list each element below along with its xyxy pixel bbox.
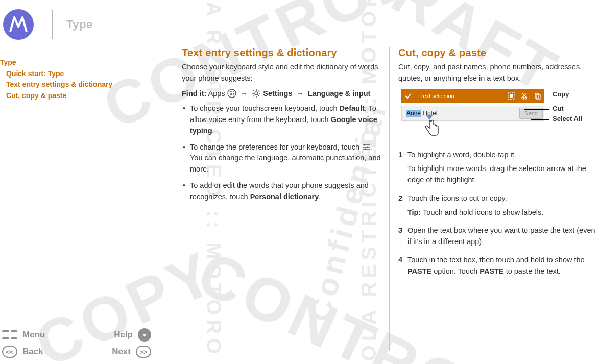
selected-text: Anne xyxy=(406,110,421,117)
help-button[interactable]: Help xyxy=(114,328,151,342)
svg-rect-26 xyxy=(510,94,513,98)
arrow-2: → xyxy=(296,89,304,98)
step-1-num: 1 xyxy=(398,150,407,189)
apps-grid-icon xyxy=(227,89,236,98)
column-cut-copy-paste: Cut, copy & paste Cut, copy, and past na… xyxy=(398,47,597,354)
step-4-text: Touch in the text box, then touch and ho… xyxy=(407,255,597,277)
callout-cut: Cut xyxy=(553,105,564,112)
s4-b1: PASTE xyxy=(407,267,431,275)
toc-item-cutcopy[interactable]: Cut, copy & paste xyxy=(0,90,169,102)
svg-point-2 xyxy=(231,91,232,92)
step-4-num: 4 xyxy=(398,255,407,280)
bullet-3: To add or edit the words that your phone… xyxy=(182,180,381,203)
svg-line-17 xyxy=(258,90,259,91)
callout-selectall-label: Select All xyxy=(553,115,582,123)
page-title: Type xyxy=(66,18,93,31)
step-3-text: Open the text box where you want to past… xyxy=(407,225,597,248)
menu-button[interactable]: Menu xyxy=(2,329,45,341)
select-all-icon xyxy=(505,92,518,100)
back-button[interactable]: << Back xyxy=(2,346,43,358)
svg-rect-23 xyxy=(367,146,368,148)
hand-pointer-icon xyxy=(423,119,440,141)
svg-point-6 xyxy=(233,93,234,94)
toc-item-quickstart[interactable]: Quick start: Type xyxy=(0,68,169,80)
find-it-line: Find it: Apps → Settings → Language & in… xyxy=(182,88,381,100)
step-3: 3 Open the text box where you want to pa… xyxy=(398,225,597,251)
svg-point-9 xyxy=(233,94,234,95)
step-1b: To highlight more words, drag the select… xyxy=(407,163,597,186)
bullet-1: To choose your touchscreen keyboard, tou… xyxy=(182,103,381,136)
column-text-entry: Text entry settings & dictionary Choose … xyxy=(182,47,381,354)
s4-b: option. Touch xyxy=(431,267,479,275)
menu-label: Menu xyxy=(22,330,45,340)
svg-line-18 xyxy=(253,95,254,96)
page-header: Type xyxy=(0,9,600,40)
col2-intro: Cut, copy, and past names, phone numbers… xyxy=(398,62,597,84)
svg-point-3 xyxy=(233,91,234,92)
svg-line-15 xyxy=(253,90,254,91)
step-4: 4 Touch in the text box, then touch and … xyxy=(398,255,597,280)
bottom-nav: Menu Help << Back >> Next xyxy=(0,326,158,360)
svg-point-28 xyxy=(525,97,527,99)
svg-line-29 xyxy=(523,93,526,97)
callout-cut-label: Cut xyxy=(553,105,564,112)
svg-rect-24 xyxy=(365,148,366,150)
b3-b: . xyxy=(319,192,321,201)
back-icon: << xyxy=(2,346,17,358)
col1-intro: Choose your keyboard style and edit the … xyxy=(182,62,381,84)
svg-rect-22 xyxy=(364,144,365,145)
s4-c: to paste the text. xyxy=(504,267,561,275)
table-of-contents: Type Quick start: Type Text entry settin… xyxy=(0,57,169,102)
callout-selectall: Select All xyxy=(553,115,582,123)
b1-a: To choose your touchscreen keyboard, tou… xyxy=(190,104,340,112)
toolbar-label: Text selection xyxy=(415,93,505,99)
sliders-icon xyxy=(362,142,371,152)
find-it-tail: Language & input xyxy=(308,89,370,98)
svg-line-30 xyxy=(522,93,526,97)
header-divider xyxy=(52,10,53,39)
s4-a: Touch in the text box, then touch and ho… xyxy=(407,256,585,264)
steps-list: 1 To highlight a word, double-tap it. To… xyxy=(398,150,597,280)
svg-point-5 xyxy=(231,93,232,94)
text-field: Anne Hotel xyxy=(402,110,519,117)
step-1a: To highlight a word, double-tap it. xyxy=(407,150,597,161)
toc-item-settings[interactable]: Text entry settings & dictionary xyxy=(0,79,169,90)
next-label: Next xyxy=(112,347,131,357)
arrow-1: → xyxy=(241,89,248,98)
toc-root[interactable]: Type xyxy=(0,57,169,68)
svg-marker-33 xyxy=(142,334,147,337)
step-1: 1 To highlight a word, double-tap it. To… xyxy=(398,150,597,189)
column-divider-2 xyxy=(389,47,390,351)
b2-a: To change the preferences for your keybo… xyxy=(190,143,362,151)
col2-heading: Cut, copy & paste xyxy=(398,47,597,59)
step-3-num: 3 xyxy=(398,225,407,251)
step-2: 2 Touch the icons to cut or copy. Tip: T… xyxy=(398,193,597,222)
tip-label: Tip: xyxy=(407,208,421,216)
bullet-2: To change the preferences for your keybo… xyxy=(182,142,381,175)
svg-point-27 xyxy=(522,97,524,99)
svg-point-8 xyxy=(231,94,232,95)
svg-point-7 xyxy=(230,94,231,95)
next-button[interactable]: >> Next xyxy=(112,346,151,358)
selection-toolbar: Text selection xyxy=(401,89,544,103)
callout-copy: Copy xyxy=(553,90,569,98)
step-2-num: 2 xyxy=(398,193,407,222)
copy-icon xyxy=(531,92,544,100)
text-selection-illustration: Text selection Anne Hotel Send Copy Cut … xyxy=(401,89,597,140)
motorola-logo-icon xyxy=(3,9,34,40)
column-divider-1 xyxy=(174,47,174,351)
find-it-apps: Apps xyxy=(208,89,225,98)
b3-bold: Personal dictionary xyxy=(250,192,319,201)
menu-grid-icon xyxy=(2,329,17,341)
step-2-tip: Tip: Touch and hold icons to show labels… xyxy=(407,207,597,219)
svg-point-1 xyxy=(230,91,231,92)
next-icon: >> xyxy=(136,346,151,358)
tip-text: Touch and hold icons to show labels. xyxy=(421,208,543,216)
cut-icon xyxy=(518,92,531,100)
svg-point-4 xyxy=(230,93,231,94)
back-label: Back xyxy=(22,347,43,357)
help-icon xyxy=(138,328,151,342)
s4-b2: PASTE xyxy=(479,267,503,275)
callout-copy-label: Copy xyxy=(553,90,569,98)
find-it-settings: Settings xyxy=(263,89,292,98)
